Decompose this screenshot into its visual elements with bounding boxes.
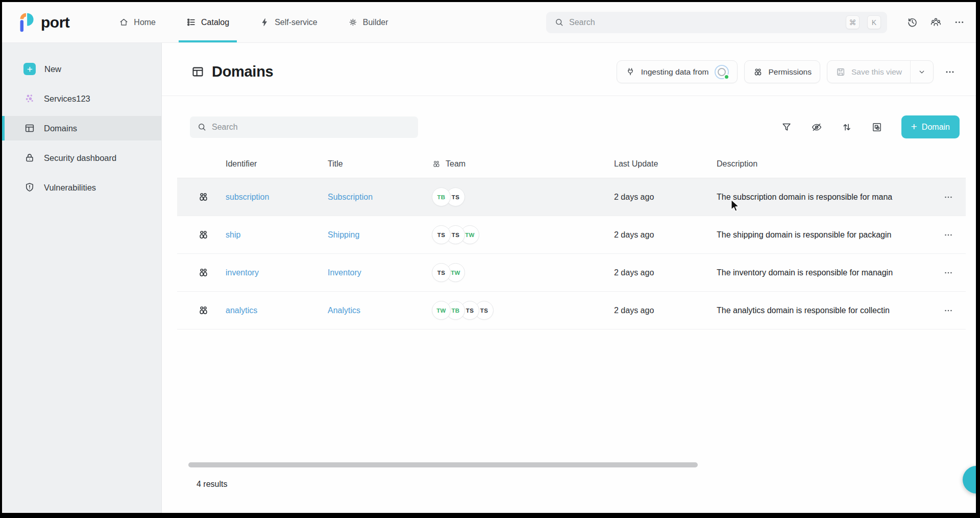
sidebar-item-label: Security dashboard [44, 153, 116, 163]
kbd-k: K [867, 15, 881, 29]
global-search[interactable]: ⌘ K [546, 12, 887, 33]
lock-icon [24, 152, 35, 163]
table-row[interactable]: analytics Analytics TWTBTSTS 2 days ago … [177, 292, 966, 329]
sidebar-item-services123[interactable]: Services123 [2, 86, 161, 111]
org-members-icon [930, 16, 942, 28]
page-more-options-button[interactable] [940, 62, 960, 82]
page-header-actions: Ingesting data from Permissions Save thi… [617, 60, 960, 83]
row-more-options-button[interactable] [939, 188, 958, 206]
table-row[interactable]: subscription Subscription TBTS 2 days ag… [177, 178, 966, 216]
permissions-label: Permissions [769, 67, 812, 77]
team-avatars: TSTW [432, 263, 614, 282]
table-controls: + Domain [162, 115, 976, 138]
row-title-link[interactable]: Inventory [328, 268, 361, 277]
filter-button[interactable] [775, 117, 798, 137]
sidebar-item-vulnerabilities[interactable]: Vulnerabilities [2, 175, 161, 200]
domains-table: Identifier Title Team Last Update Descri… [177, 150, 966, 329]
search-icon [197, 122, 207, 132]
shield-exclamation-icon [24, 182, 35, 193]
sidebar-item-domains[interactable]: Domains [2, 116, 161, 140]
ingesting-data-label: Ingesting data from [641, 67, 709, 77]
tab-self-service[interactable]: Self-service [252, 2, 325, 42]
history-icon [906, 16, 918, 28]
row-description: The shipping domain is responsible for p… [717, 230, 939, 240]
horizontal-scrollbar[interactable] [188, 462, 698, 467]
row-cell-identifier: ship [226, 230, 328, 240]
row-cell-title: Subscription [328, 193, 432, 202]
people-pair-icon [753, 67, 763, 77]
add-domain-button[interactable]: + Domain [901, 115, 960, 138]
team-avatar[interactable]: TS [432, 225, 451, 244]
search-icon [554, 17, 564, 27]
row-identifier-link[interactable]: subscription [226, 193, 269, 201]
row-identifier-link[interactable]: analytics [226, 306, 257, 315]
row-identifier-link[interactable]: ship [226, 230, 240, 239]
row-more-options-button[interactable] [939, 226, 958, 244]
sort-button[interactable] [836, 117, 858, 137]
tab-catalog[interactable]: Catalog [179, 2, 237, 42]
permissions-button[interactable]: Permissions [744, 60, 820, 83]
row-cell-title: Analytics [328, 306, 432, 315]
tab-label: Catalog [201, 18, 229, 27]
more-options-button[interactable] [949, 13, 969, 32]
plus-icon [23, 63, 36, 75]
row-last-update: 2 days ago [614, 193, 717, 202]
tab-builder[interactable]: Builder [340, 2, 396, 42]
page-title-text: Domains [212, 63, 273, 80]
sidebar-item-new[interactable]: New [2, 57, 161, 81]
table-row[interactable]: inventory Inventory TSTW 2 days ago The … [177, 254, 966, 292]
row-cell-identifier: inventory [226, 268, 328, 277]
save-view-button-group: Save this view [827, 60, 934, 83]
row-cell-icon [177, 229, 226, 241]
row-title-link[interactable]: Subscription [328, 193, 373, 201]
save-icon [836, 67, 846, 77]
team-avatars: TSTSTW [432, 225, 614, 244]
ingesting-data-button[interactable]: Ingesting data from [617, 60, 738, 83]
sidebar-item-security-dashboard[interactable]: Security dashboard [2, 146, 161, 170]
table-icon [191, 65, 205, 79]
row-cell-identifier: subscription [226, 193, 328, 202]
org-members-button[interactable] [926, 13, 945, 32]
hide-columns-button[interactable] [805, 117, 828, 137]
tab-home[interactable]: Home [111, 2, 163, 42]
table-search[interactable] [190, 116, 418, 138]
table-search-input[interactable] [212, 123, 411, 132]
history-button[interactable] [902, 13, 922, 32]
row-title-link[interactable]: Shipping [328, 230, 359, 239]
domain-blueprint-icon [198, 267, 209, 278]
column-header-last-update[interactable]: Last Update [614, 159, 717, 169]
row-identifier-link[interactable]: inventory [226, 268, 259, 277]
row-cell-identifier: analytics [226, 306, 328, 315]
team-avatar[interactable]: TS [432, 263, 451, 282]
column-header-title[interactable]: Title [328, 159, 432, 169]
home-icon [119, 17, 129, 27]
sidebar-item-label: New [44, 64, 61, 74]
table-row[interactable]: ship Shipping TSTSTW 2 days ago The ship… [177, 216, 966, 254]
row-more-options-button[interactable] [939, 264, 958, 282]
row-description: The analytics domain is responsible for … [717, 306, 939, 315]
column-header-description[interactable]: Description [717, 159, 939, 169]
column-header-team[interactable]: Team [432, 159, 614, 169]
global-search-input[interactable] [569, 18, 838, 27]
sidebar-item-label: Services123 [44, 94, 90, 104]
ingestion-source-avatar [715, 65, 729, 79]
topbar-right: ⌘ K [546, 2, 969, 42]
row-title-link[interactable]: Analytics [328, 306, 360, 315]
row-more-options-button[interactable] [939, 301, 958, 320]
sidebar: New Services123 Domains Security dashboa… [2, 43, 162, 513]
column-header-identifier[interactable]: Identifier [226, 159, 328, 169]
group-by-icon [871, 122, 883, 133]
brand-logo[interactable]: port [19, 2, 90, 42]
row-description: The subscription domain is responsible f… [717, 193, 939, 202]
save-view-dropdown-button[interactable] [910, 61, 933, 83]
team-avatar[interactable]: TW [432, 301, 451, 320]
group-by-button[interactable] [866, 117, 888, 137]
team-avatar[interactable]: TB [432, 187, 451, 206]
save-view-button[interactable]: Save this view [827, 61, 910, 83]
add-domain-label: Domain [922, 123, 950, 132]
team-avatars: TWTBTSTS [432, 301, 614, 320]
page-header: Domains Ingesting data from Permissions [162, 43, 976, 96]
row-description: The inventory domain is responsible for … [717, 268, 939, 277]
kbd-command: ⌘ [846, 15, 860, 29]
status-dot [724, 74, 729, 80]
